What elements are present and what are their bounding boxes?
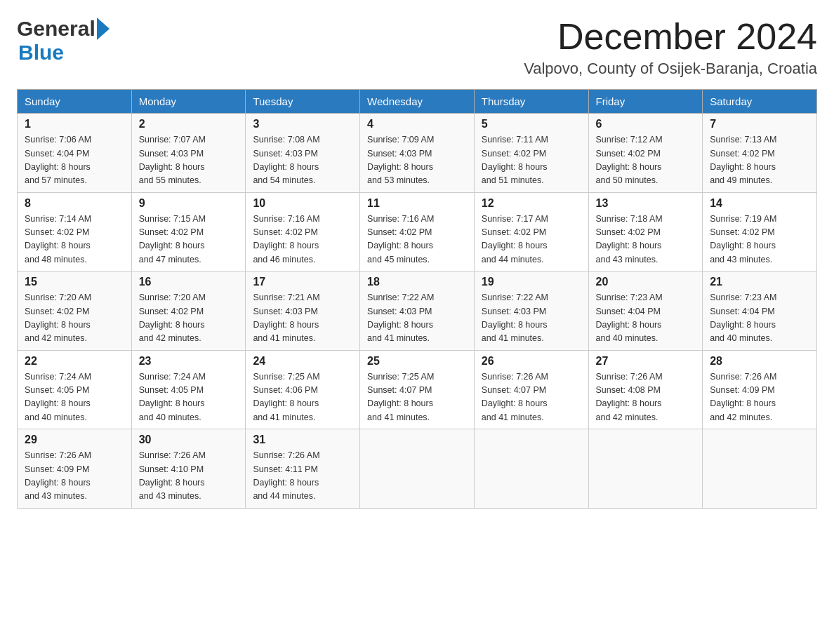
- day-info: Sunrise: 7:11 AM Sunset: 4:02 PM Dayligh…: [482, 133, 581, 188]
- week-row-4: 22 Sunrise: 7:24 AM Sunset: 4:05 PM Dayl…: [18, 350, 817, 429]
- calendar-cell: [360, 429, 475, 509]
- calendar-cell: 22 Sunrise: 7:24 AM Sunset: 4:05 PM Dayl…: [18, 350, 132, 429]
- day-number: 12: [482, 197, 581, 210]
- logo-blue-text: Blue: [18, 41, 64, 64]
- day-info: Sunrise: 7:08 AM Sunset: 4:03 PM Dayligh…: [253, 133, 352, 188]
- day-info: Sunrise: 7:20 AM Sunset: 4:02 PM Dayligh…: [25, 291, 124, 346]
- day-info: Sunrise: 7:22 AM Sunset: 4:03 PM Dayligh…: [367, 291, 467, 346]
- location-title: Valpovo, County of Osijek-Baranja, Croat…: [524, 60, 817, 78]
- calendar-cell: 28 Sunrise: 7:26 AM Sunset: 4:09 PM Dayl…: [703, 350, 817, 429]
- day-info: Sunrise: 7:19 AM Sunset: 4:02 PM Dayligh…: [710, 213, 809, 267]
- day-number: 28: [710, 355, 809, 368]
- calendar-cell: 10 Sunrise: 7:16 AM Sunset: 4:02 PM Dayl…: [246, 192, 360, 271]
- week-row-2: 8 Sunrise: 7:14 AM Sunset: 4:02 PM Dayli…: [18, 192, 817, 271]
- day-info: Sunrise: 7:25 AM Sunset: 4:06 PM Dayligh…: [253, 370, 352, 425]
- day-info: Sunrise: 7:23 AM Sunset: 4:04 PM Dayligh…: [710, 291, 809, 346]
- day-info: Sunrise: 7:14 AM Sunset: 4:02 PM Dayligh…: [25, 213, 124, 267]
- calendar-cell: [703, 429, 817, 509]
- weekday-header-row: SundayMondayTuesdayWednesdayThursdayFrid…: [18, 90, 817, 114]
- day-info: Sunrise: 7:24 AM Sunset: 4:05 PM Dayligh…: [139, 370, 239, 425]
- day-number: 19: [482, 276, 581, 288]
- calendar-cell: 9 Sunrise: 7:15 AM Sunset: 4:02 PM Dayli…: [131, 192, 246, 271]
- day-info: Sunrise: 7:26 AM Sunset: 4:10 PM Dayligh…: [139, 449, 239, 504]
- day-number: 16: [139, 276, 239, 288]
- day-info: Sunrise: 7:26 AM Sunset: 4:09 PM Dayligh…: [25, 449, 124, 504]
- day-number: 20: [596, 276, 696, 288]
- day-number: 13: [596, 197, 696, 210]
- day-number: 22: [25, 355, 124, 368]
- week-row-1: 1 Sunrise: 7:06 AM Sunset: 4:04 PM Dayli…: [18, 114, 817, 193]
- day-info: Sunrise: 7:21 AM Sunset: 4:03 PM Dayligh…: [253, 291, 352, 346]
- week-row-3: 15 Sunrise: 7:20 AM Sunset: 4:02 PM Dayl…: [18, 271, 817, 351]
- calendar-cell: 19 Sunrise: 7:22 AM Sunset: 4:03 PM Dayl…: [474, 271, 588, 351]
- month-title: December 2024: [524, 17, 817, 57]
- calendar-cell: 25 Sunrise: 7:25 AM Sunset: 4:07 PM Dayl…: [360, 350, 475, 429]
- day-info: Sunrise: 7:09 AM Sunset: 4:03 PM Dayligh…: [367, 133, 467, 188]
- day-number: 8: [25, 197, 124, 210]
- week-row-5: 29 Sunrise: 7:26 AM Sunset: 4:09 PM Dayl…: [18, 429, 817, 509]
- calendar-table: SundayMondayTuesdayWednesdayThursdayFrid…: [17, 89, 817, 509]
- day-number: 30: [139, 434, 239, 446]
- calendar-cell: 16 Sunrise: 7:20 AM Sunset: 4:02 PM Dayl…: [131, 271, 246, 351]
- weekday-header-wednesday: Wednesday: [360, 90, 475, 114]
- calendar-cell: 29 Sunrise: 7:26 AM Sunset: 4:09 PM Dayl…: [18, 429, 132, 509]
- calendar-cell: 15 Sunrise: 7:20 AM Sunset: 4:02 PM Dayl…: [18, 271, 132, 351]
- day-info: Sunrise: 7:06 AM Sunset: 4:04 PM Dayligh…: [25, 133, 124, 188]
- calendar-cell: 31 Sunrise: 7:26 AM Sunset: 4:11 PM Dayl…: [246, 429, 360, 509]
- day-number: 4: [367, 118, 467, 130]
- calendar-cell: 5 Sunrise: 7:11 AM Sunset: 4:02 PM Dayli…: [474, 114, 588, 193]
- day-info: Sunrise: 7:17 AM Sunset: 4:02 PM Dayligh…: [482, 213, 581, 267]
- logo: General Blue: [17, 17, 110, 65]
- day-info: Sunrise: 7:18 AM Sunset: 4:02 PM Dayligh…: [596, 213, 696, 267]
- day-number: 2: [139, 118, 239, 130]
- title-block: December 2024 Valpovo, County of Osijek-…: [524, 17, 817, 78]
- calendar-cell: 26 Sunrise: 7:26 AM Sunset: 4:07 PM Dayl…: [474, 350, 588, 429]
- day-info: Sunrise: 7:16 AM Sunset: 4:02 PM Dayligh…: [367, 213, 467, 267]
- calendar-cell: 8 Sunrise: 7:14 AM Sunset: 4:02 PM Dayli…: [18, 192, 132, 271]
- day-number: 10: [253, 197, 352, 210]
- calendar-cell: 7 Sunrise: 7:13 AM Sunset: 4:02 PM Dayli…: [703, 114, 817, 193]
- logo-arrow-icon: [97, 18, 110, 40]
- day-number: 31: [253, 434, 352, 446]
- day-number: 29: [25, 434, 124, 446]
- day-number: 7: [710, 118, 809, 130]
- weekday-header-saturday: Saturday: [703, 90, 817, 114]
- weekday-header-tuesday: Tuesday: [246, 90, 360, 114]
- day-number: 27: [596, 355, 696, 368]
- day-info: Sunrise: 7:16 AM Sunset: 4:02 PM Dayligh…: [253, 213, 352, 267]
- day-number: 17: [253, 276, 352, 288]
- day-number: 9: [139, 197, 239, 210]
- calendar-cell: 2 Sunrise: 7:07 AM Sunset: 4:03 PM Dayli…: [131, 114, 246, 193]
- day-number: 11: [367, 197, 467, 210]
- day-number: 14: [710, 197, 809, 210]
- weekday-header-thursday: Thursday: [474, 90, 588, 114]
- calendar-cell: [474, 429, 588, 509]
- day-number: 5: [482, 118, 581, 130]
- calendar-cell: 13 Sunrise: 7:18 AM Sunset: 4:02 PM Dayl…: [588, 192, 703, 271]
- calendar-cell: 21 Sunrise: 7:23 AM Sunset: 4:04 PM Dayl…: [703, 271, 817, 351]
- day-info: Sunrise: 7:15 AM Sunset: 4:02 PM Dayligh…: [139, 213, 239, 267]
- day-info: Sunrise: 7:26 AM Sunset: 4:07 PM Dayligh…: [482, 370, 581, 425]
- day-number: 3: [253, 118, 352, 130]
- calendar-cell: 3 Sunrise: 7:08 AM Sunset: 4:03 PM Dayli…: [246, 114, 360, 193]
- logo-general-text: General: [17, 17, 95, 41]
- day-info: Sunrise: 7:24 AM Sunset: 4:05 PM Dayligh…: [25, 370, 124, 425]
- calendar-cell: 6 Sunrise: 7:12 AM Sunset: 4:02 PM Dayli…: [588, 114, 703, 193]
- day-info: Sunrise: 7:26 AM Sunset: 4:11 PM Dayligh…: [253, 449, 352, 504]
- day-number: 21: [710, 276, 809, 288]
- day-info: Sunrise: 7:07 AM Sunset: 4:03 PM Dayligh…: [139, 133, 239, 188]
- calendar-cell: 30 Sunrise: 7:26 AM Sunset: 4:10 PM Dayl…: [131, 429, 246, 509]
- day-info: Sunrise: 7:26 AM Sunset: 4:09 PM Dayligh…: [710, 370, 809, 425]
- day-info: Sunrise: 7:13 AM Sunset: 4:02 PM Dayligh…: [710, 133, 809, 188]
- weekday-header-sunday: Sunday: [18, 90, 132, 114]
- day-number: 1: [25, 118, 124, 130]
- day-number: 6: [596, 118, 696, 130]
- day-info: Sunrise: 7:20 AM Sunset: 4:02 PM Dayligh…: [139, 291, 239, 346]
- calendar-cell: 18 Sunrise: 7:22 AM Sunset: 4:03 PM Dayl…: [360, 271, 475, 351]
- day-info: Sunrise: 7:12 AM Sunset: 4:02 PM Dayligh…: [596, 133, 696, 188]
- day-info: Sunrise: 7:26 AM Sunset: 4:08 PM Dayligh…: [596, 370, 696, 425]
- calendar-cell: 12 Sunrise: 7:17 AM Sunset: 4:02 PM Dayl…: [474, 192, 588, 271]
- calendar-cell: 11 Sunrise: 7:16 AM Sunset: 4:02 PM Dayl…: [360, 192, 475, 271]
- day-number: 23: [139, 355, 239, 368]
- weekday-header-monday: Monday: [131, 90, 246, 114]
